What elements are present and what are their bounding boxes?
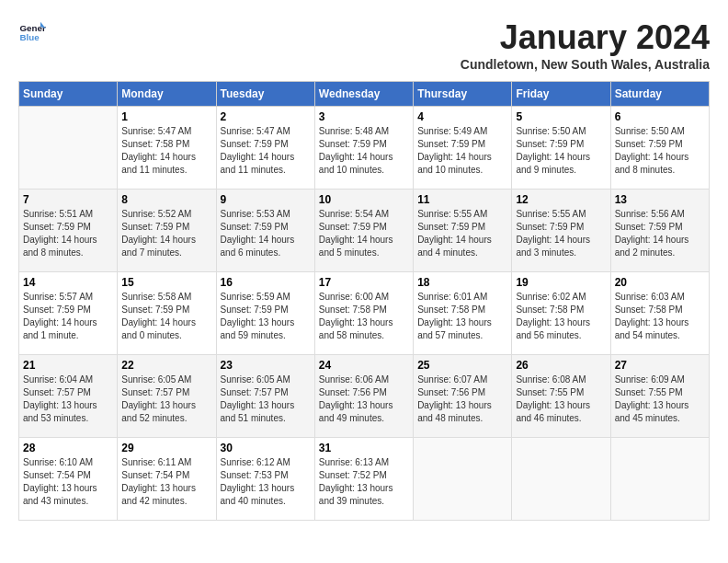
cell-info: Sunrise: 6:10 AMSunset: 7:54 PMDaylight:… [23, 456, 113, 508]
weekday-header-wednesday: Wednesday [314, 82, 413, 107]
cell-info: Sunrise: 5:48 AMSunset: 7:59 PMDaylight:… [319, 125, 409, 177]
cell-info: Sunrise: 5:52 AMSunset: 7:59 PMDaylight:… [121, 208, 211, 259]
title-area: January 2024 Cundletown, New South Wales… [461, 18, 710, 72]
location-subtitle: Cundletown, New South Wales, Australia [461, 57, 710, 72]
calendar-cell: 31Sunrise: 6:13 AMSunset: 7:52 PMDayligh… [314, 438, 413, 521]
day-number: 19 [516, 276, 606, 289]
day-number: 12 [516, 193, 606, 206]
cell-info: Sunrise: 6:03 AMSunset: 7:58 PMDaylight:… [615, 291, 705, 342]
calendar-cell: 10Sunrise: 5:54 AMSunset: 7:59 PMDayligh… [314, 190, 413, 272]
day-number: 24 [319, 359, 409, 372]
cell-info: Sunrise: 6:08 AMSunset: 7:55 PMDaylight:… [516, 373, 606, 425]
calendar-cell: 22Sunrise: 6:05 AMSunset: 7:57 PMDayligh… [118, 355, 216, 438]
day-number: 4 [417, 110, 507, 123]
calendar-cell: 26Sunrise: 6:08 AMSunset: 7:55 PMDayligh… [512, 355, 610, 438]
day-number: 6 [615, 110, 705, 123]
cell-info: Sunrise: 6:00 AMSunset: 7:58 PMDaylight:… [319, 291, 409, 342]
calendar-cell: 13Sunrise: 5:56 AMSunset: 7:59 PMDayligh… [610, 190, 709, 272]
calendar-cell: 12Sunrise: 5:55 AMSunset: 7:59 PMDayligh… [512, 190, 610, 272]
calendar-cell: 17Sunrise: 6:00 AMSunset: 7:58 PMDayligh… [314, 272, 413, 355]
header-row: SundayMondayTuesdayWednesdayThursdayFrid… [19, 82, 710, 107]
calendar-cell [610, 438, 709, 521]
day-number: 11 [417, 193, 507, 206]
calendar-cell: 1Sunrise: 5:47 AMSunset: 7:58 PMDaylight… [118, 107, 216, 190]
calendar-cell: 18Sunrise: 6:01 AMSunset: 7:58 PMDayligh… [414, 272, 512, 355]
day-number: 26 [516, 359, 606, 372]
cell-info: Sunrise: 6:04 AMSunset: 7:57 PMDaylight:… [23, 373, 113, 425]
calendar-cell: 30Sunrise: 6:12 AMSunset: 7:53 PMDayligh… [216, 438, 314, 521]
calendar-cell: 4Sunrise: 5:49 AMSunset: 7:59 PMDaylight… [414, 107, 512, 190]
day-number: 29 [121, 442, 211, 454]
calendar-week-1: 1Sunrise: 5:47 AMSunset: 7:58 PMDaylight… [19, 107, 710, 190]
calendar-week-2: 7Sunrise: 5:51 AMSunset: 7:59 PMDaylight… [19, 190, 710, 272]
calendar-week-3: 14Sunrise: 5:57 AMSunset: 7:59 PMDayligh… [19, 272, 710, 355]
cell-info: Sunrise: 5:55 AMSunset: 7:59 PMDaylight:… [516, 208, 606, 259]
day-number: 31 [319, 442, 409, 454]
day-number: 27 [615, 359, 705, 372]
day-number: 14 [23, 276, 113, 289]
day-number: 16 [221, 276, 311, 289]
calendar-cell: 14Sunrise: 5:57 AMSunset: 7:59 PMDayligh… [19, 272, 118, 355]
cell-info: Sunrise: 6:13 AMSunset: 7:52 PMDaylight:… [319, 456, 409, 508]
day-number: 18 [417, 276, 507, 289]
day-number: 28 [23, 442, 113, 454]
svg-text:Blue: Blue [20, 32, 40, 42]
calendar-cell: 11Sunrise: 5:55 AMSunset: 7:59 PMDayligh… [414, 190, 512, 272]
cell-info: Sunrise: 6:06 AMSunset: 7:56 PMDaylight:… [319, 373, 409, 425]
calendar-cell: 8Sunrise: 5:52 AMSunset: 7:59 PMDaylight… [118, 190, 216, 272]
calendar-cell [19, 107, 118, 190]
day-number: 30 [221, 442, 311, 454]
calendar-cell: 3Sunrise: 5:48 AMSunset: 7:59 PMDaylight… [314, 107, 413, 190]
cell-info: Sunrise: 6:09 AMSunset: 7:55 PMDaylight:… [615, 373, 705, 425]
day-number: 1 [121, 110, 211, 123]
cell-info: Sunrise: 5:53 AMSunset: 7:59 PMDaylight:… [221, 208, 311, 259]
cell-info: Sunrise: 6:12 AMSunset: 7:53 PMDaylight:… [221, 456, 311, 508]
calendar-week-5: 28Sunrise: 6:10 AMSunset: 7:54 PMDayligh… [19, 438, 710, 521]
cell-info: Sunrise: 5:59 AMSunset: 7:59 PMDaylight:… [221, 291, 311, 342]
day-number: 22 [121, 359, 211, 372]
calendar-cell: 16Sunrise: 5:59 AMSunset: 7:59 PMDayligh… [216, 272, 314, 355]
cell-info: Sunrise: 6:05 AMSunset: 7:57 PMDaylight:… [121, 373, 211, 425]
calendar-week-4: 21Sunrise: 6:04 AMSunset: 7:57 PMDayligh… [19, 355, 710, 438]
calendar-cell: 24Sunrise: 6:06 AMSunset: 7:56 PMDayligh… [314, 355, 413, 438]
cell-info: Sunrise: 5:51 AMSunset: 7:59 PMDaylight:… [23, 208, 113, 259]
day-number: 10 [319, 193, 409, 206]
cell-info: Sunrise: 5:56 AMSunset: 7:59 PMDaylight:… [615, 208, 705, 259]
cell-info: Sunrise: 5:49 AMSunset: 7:59 PMDaylight:… [417, 125, 507, 177]
calendar-table: SundayMondayTuesdayWednesdayThursdayFrid… [18, 81, 710, 521]
cell-info: Sunrise: 6:02 AMSunset: 7:58 PMDaylight:… [516, 291, 606, 342]
day-number: 3 [319, 110, 409, 123]
weekday-header-monday: Monday [118, 82, 216, 107]
calendar-cell: 7Sunrise: 5:51 AMSunset: 7:59 PMDaylight… [19, 190, 118, 272]
cell-info: Sunrise: 5:58 AMSunset: 7:59 PMDaylight:… [121, 291, 211, 342]
calendar-cell: 23Sunrise: 6:05 AMSunset: 7:57 PMDayligh… [216, 355, 314, 438]
calendar-cell: 15Sunrise: 5:58 AMSunset: 7:59 PMDayligh… [118, 272, 216, 355]
day-number: 8 [121, 193, 211, 206]
day-number: 5 [516, 110, 606, 123]
cell-info: Sunrise: 5:55 AMSunset: 7:59 PMDaylight:… [417, 208, 507, 259]
logo: General Blue [18, 18, 46, 46]
day-number: 2 [221, 110, 311, 123]
calendar-cell: 9Sunrise: 5:53 AMSunset: 7:59 PMDaylight… [216, 190, 314, 272]
calendar-cell [512, 438, 610, 521]
page-header: General Blue January 2024 Cundletown, Ne… [18, 18, 710, 72]
calendar-cell: 5Sunrise: 5:50 AMSunset: 7:59 PMDaylight… [512, 107, 610, 190]
cell-info: Sunrise: 6:11 AMSunset: 7:54 PMDaylight:… [121, 456, 211, 508]
calendar-cell: 28Sunrise: 6:10 AMSunset: 7:54 PMDayligh… [19, 438, 118, 521]
calendar-cell: 29Sunrise: 6:11 AMSunset: 7:54 PMDayligh… [118, 438, 216, 521]
day-number: 9 [221, 193, 311, 206]
day-number: 13 [615, 193, 705, 206]
logo-icon: General Blue [18, 18, 46, 46]
cell-info: Sunrise: 5:47 AMSunset: 7:59 PMDaylight:… [221, 125, 311, 177]
day-number: 21 [23, 359, 113, 372]
cell-info: Sunrise: 6:05 AMSunset: 7:57 PMDaylight:… [221, 373, 311, 425]
weekday-header-sunday: Sunday [19, 82, 118, 107]
weekday-header-saturday: Saturday [610, 82, 709, 107]
calendar-cell: 2Sunrise: 5:47 AMSunset: 7:59 PMDaylight… [216, 107, 314, 190]
day-number: 15 [121, 276, 211, 289]
cell-info: Sunrise: 6:07 AMSunset: 7:56 PMDaylight:… [417, 373, 507, 425]
calendar-cell: 27Sunrise: 6:09 AMSunset: 7:55 PMDayligh… [610, 355, 709, 438]
weekday-header-thursday: Thursday [414, 82, 512, 107]
day-number: 25 [417, 359, 507, 372]
cell-info: Sunrise: 5:54 AMSunset: 7:59 PMDaylight:… [319, 208, 409, 259]
